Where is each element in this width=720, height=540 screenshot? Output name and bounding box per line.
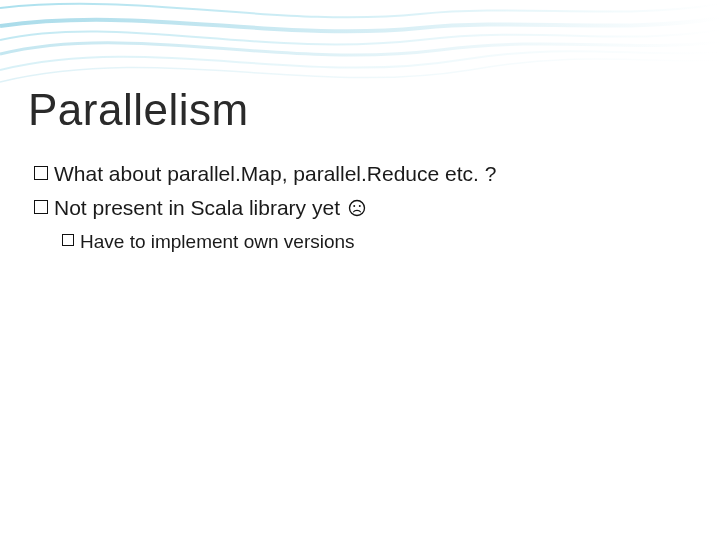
bullet-marker-icon — [34, 200, 48, 214]
sad-face-icon — [348, 199, 366, 217]
bullet-text: Not present in Scala library yet — [54, 193, 692, 223]
bullet-item: What about parallel.Map, parallel.Reduce… — [34, 159, 692, 189]
svg-point-2 — [359, 206, 361, 208]
svg-point-1 — [353, 206, 355, 208]
sub-bullet-item: Have to implement own versions — [62, 228, 692, 256]
slide-title: Parallelism — [28, 85, 692, 135]
bullet-marker-icon — [34, 166, 48, 180]
bullet-marker-icon — [62, 234, 74, 246]
bullet-text-line: Not present in Scala library yet — [54, 196, 340, 219]
sub-bullet-text: Have to implement own versions — [80, 228, 692, 256]
slide-content: Parallelism What about parallel.Map, par… — [28, 85, 692, 259]
bullet-item: Not present in Scala library yet — [34, 193, 692, 223]
bullet-text: What about parallel.Map, parallel.Reduce… — [54, 159, 692, 189]
svg-point-0 — [349, 201, 364, 216]
